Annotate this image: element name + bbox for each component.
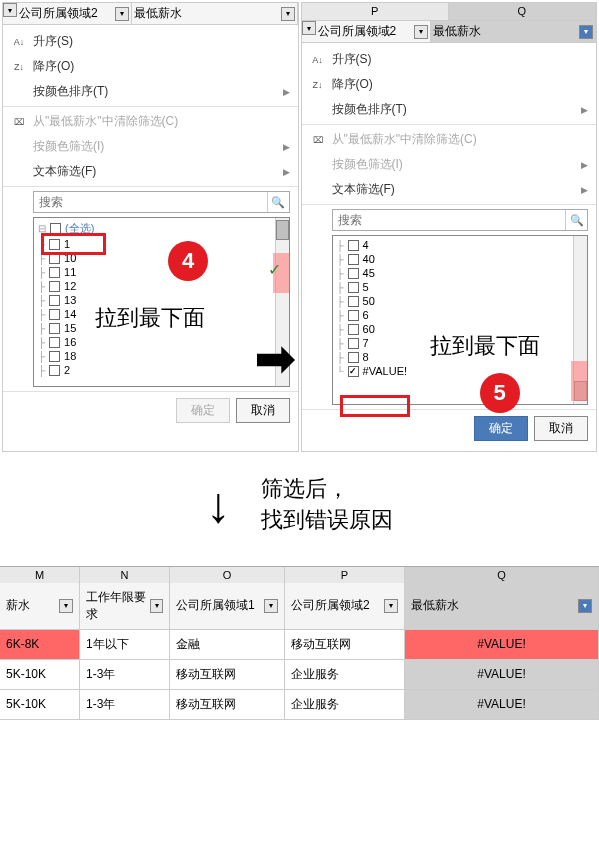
table-cell[interactable]: 移动互联网 bbox=[285, 630, 405, 659]
dropdown-icon[interactable]: ▾ bbox=[59, 599, 73, 613]
sort-descending[interactable]: Z↓ 降序(O) bbox=[3, 54, 298, 79]
table-header[interactable]: 工作年限要求▾ bbox=[80, 583, 170, 629]
submenu-arrow-icon: ▶ bbox=[581, 185, 588, 195]
filter-item[interactable]: ├12 bbox=[38, 279, 285, 293]
filter-label: (全选) bbox=[65, 221, 94, 236]
filter-item[interactable]: ├1 bbox=[38, 237, 285, 251]
table-cell[interactable]: 移动互联网 bbox=[170, 690, 285, 719]
checkbox[interactable] bbox=[49, 267, 60, 278]
table-cell[interactable]: #VALUE! bbox=[405, 690, 599, 719]
dropdown-icon[interactable]: ▾ bbox=[281, 7, 295, 21]
filter-item[interactable]: ⊟(全选) bbox=[38, 220, 285, 237]
table-header[interactable]: 公司所属领域2▾ bbox=[285, 583, 405, 629]
search-input[interactable] bbox=[333, 210, 566, 230]
menu-label: 按颜色排序(T) bbox=[332, 101, 407, 118]
filter-item[interactable]: ├2 bbox=[38, 363, 285, 377]
checkbox[interactable] bbox=[348, 310, 359, 321]
table-cell[interactable]: 5K-10K bbox=[0, 660, 80, 689]
checkbox[interactable] bbox=[49, 239, 60, 250]
checkbox[interactable] bbox=[49, 351, 60, 362]
menu-label: 从"最低薪水"中清除筛选(C) bbox=[33, 113, 178, 130]
menu-label: 升序(S) bbox=[33, 33, 73, 50]
sort-by-color[interactable]: 按颜色排序(T) ▶ bbox=[302, 97, 597, 122]
table-header[interactable]: 薪水▾ bbox=[0, 583, 80, 629]
checkbox[interactable] bbox=[348, 268, 359, 279]
table-cell[interactable]: #VALUE! bbox=[405, 630, 599, 659]
table-cell[interactable]: 企业服务 bbox=[285, 660, 405, 689]
checkbox[interactable] bbox=[49, 337, 60, 348]
filter-label: 2 bbox=[64, 364, 70, 376]
checkbox[interactable] bbox=[348, 324, 359, 335]
filter-item[interactable]: ├18 bbox=[38, 349, 285, 363]
dropdown-icon[interactable]: ▾ bbox=[264, 599, 278, 613]
checkbox[interactable] bbox=[348, 240, 359, 251]
table-cell[interactable]: 1年以下 bbox=[80, 630, 170, 659]
filter-item[interactable]: └#VALUE! bbox=[337, 364, 584, 378]
filter-item[interactable]: ├40 bbox=[337, 252, 584, 266]
table-cell[interactable]: 6K-8K bbox=[0, 630, 80, 659]
middle-annotation: ↓ 筛选后， 找到错误原因 bbox=[0, 454, 599, 566]
search-icon[interactable]: 🔍 bbox=[565, 210, 587, 230]
filter-item[interactable]: ├10 bbox=[38, 251, 285, 265]
search-icon[interactable]: 🔍 bbox=[267, 192, 289, 212]
sort-desc-icon: Z↓ bbox=[310, 78, 326, 92]
search-box[interactable]: 🔍 bbox=[332, 209, 589, 231]
checkbox[interactable] bbox=[49, 281, 60, 292]
dropdown-icon[interactable]: ▾ bbox=[384, 599, 398, 613]
checkbox[interactable] bbox=[49, 365, 60, 376]
menu-label: 文本筛选(F) bbox=[33, 163, 96, 180]
filter-item[interactable]: ├16 bbox=[38, 335, 285, 349]
table-cell[interactable]: 5K-10K bbox=[0, 690, 80, 719]
checkbox[interactable] bbox=[348, 352, 359, 363]
checkbox[interactable] bbox=[348, 296, 359, 307]
sort-by-color[interactable]: 按颜色排序(T) ▶ bbox=[3, 79, 298, 104]
sort-ascending[interactable]: A↓ 升序(S) bbox=[302, 47, 597, 72]
table-header[interactable]: 公司所属领域1▾ bbox=[170, 583, 285, 629]
filter-item[interactable]: ├6 bbox=[337, 308, 584, 322]
text-filter[interactable]: 文本筛选(F) ▶ bbox=[302, 177, 597, 202]
checkbox[interactable] bbox=[348, 366, 359, 377]
checkbox[interactable] bbox=[348, 338, 359, 349]
table-cell[interactable]: 企业服务 bbox=[285, 690, 405, 719]
column-header-field1[interactable]: 公司所属领域2 ▾ bbox=[17, 3, 132, 24]
dropdown-icon-filtered[interactable]: ▾ bbox=[579, 25, 593, 39]
dropdown-icon[interactable]: ▾ bbox=[150, 599, 163, 613]
table-cell[interactable]: 金融 bbox=[170, 630, 285, 659]
table-cell[interactable]: #VALUE! bbox=[405, 660, 599, 689]
search-box[interactable]: 🔍 bbox=[33, 191, 290, 213]
checkbox[interactable] bbox=[50, 223, 61, 234]
checkbox[interactable] bbox=[348, 282, 359, 293]
dropdown-icon[interactable]: ▾ bbox=[414, 25, 428, 39]
filter-item[interactable]: ├45 bbox=[337, 266, 584, 280]
table-cell[interactable]: 1-3年 bbox=[80, 660, 170, 689]
filter-item[interactable]: ├11 bbox=[38, 265, 285, 279]
cancel-button[interactable]: 取消 bbox=[534, 416, 588, 441]
search-input[interactable] bbox=[34, 192, 267, 212]
ok-button[interactable]: 确定 bbox=[474, 416, 528, 441]
column-header-field1[interactable]: 公司所属领域2 ▾ bbox=[316, 21, 431, 42]
dropdown-icon[interactable]: ▾ bbox=[115, 7, 129, 21]
checkbox[interactable] bbox=[49, 323, 60, 334]
dropdown-icon[interactable]: ▾ bbox=[3, 3, 17, 17]
cancel-button[interactable]: 取消 bbox=[236, 398, 290, 423]
checkbox[interactable] bbox=[49, 309, 60, 320]
filter-label: 15 bbox=[64, 322, 76, 334]
filter-item[interactable]: ├5 bbox=[337, 280, 584, 294]
table-header[interactable]: 最低薪水▾ bbox=[405, 583, 599, 629]
sort-descending[interactable]: Z↓ 降序(O) bbox=[302, 72, 597, 97]
checkbox[interactable] bbox=[49, 253, 60, 264]
filter-item[interactable]: ├50 bbox=[337, 294, 584, 308]
filter-item[interactable]: ├4 bbox=[337, 238, 584, 252]
scroll-thumb[interactable] bbox=[276, 220, 289, 240]
sort-ascending[interactable]: A↓ 升序(S) bbox=[3, 29, 298, 54]
text-filter[interactable]: 文本筛选(F) ▶ bbox=[3, 159, 298, 184]
column-header-field2[interactable]: 最低薪水 ▾ bbox=[132, 3, 298, 24]
column-header-field2[interactable]: 最低薪水 ▾ bbox=[431, 21, 597, 42]
dropdown-icon[interactable]: ▾ bbox=[302, 21, 316, 35]
table-cell[interactable]: 1-3年 bbox=[80, 690, 170, 719]
filter-label: 4 bbox=[363, 239, 369, 251]
dropdown-icon-filtered[interactable]: ▾ bbox=[578, 599, 592, 613]
checkbox[interactable] bbox=[348, 254, 359, 265]
table-cell[interactable]: 移动互联网 bbox=[170, 660, 285, 689]
checkbox[interactable] bbox=[49, 295, 60, 306]
